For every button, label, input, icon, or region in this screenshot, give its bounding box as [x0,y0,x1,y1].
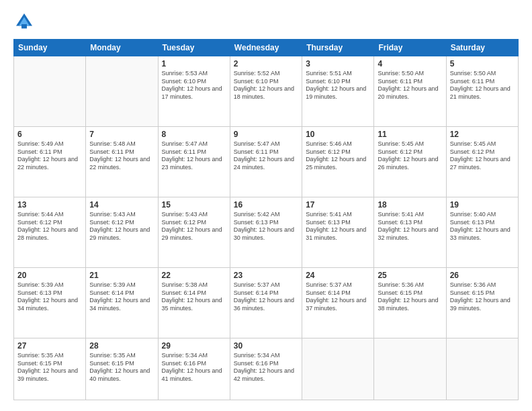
calendar-week-5: 27Sunrise: 5:35 AM Sunset: 6:15 PM Dayli… [14,338,519,400]
weekday-header-sunday: Sunday [14,40,86,56]
calendar-cell: 29Sunrise: 5:34 AM Sunset: 6:16 PM Dayli… [158,338,230,400]
day-info: Sunrise: 5:50 AM Sunset: 6:11 PM Dayligh… [450,70,515,101]
day-number: 27 [17,341,82,351]
weekday-header-wednesday: Wednesday [230,40,302,56]
day-number: 1 [162,59,226,68]
calendar-week-1: 1Sunrise: 5:53 AM Sunset: 6:10 PM Daylig… [14,56,519,127]
logo [13,11,38,32]
weekday-header-monday: Monday [86,40,158,56]
weekday-header-tuesday: Tuesday [158,40,230,56]
day-info: Sunrise: 5:36 AM Sunset: 6:15 PM Dayligh… [378,281,442,313]
calendar-cell: 24Sunrise: 5:37 AM Sunset: 6:14 PM Dayli… [302,267,374,338]
calendar-cell: 18Sunrise: 5:41 AM Sunset: 6:13 PM Dayli… [374,197,446,267]
day-info: Sunrise: 5:48 AM Sunset: 6:11 PM Dayligh… [89,140,154,172]
day-info: Sunrise: 5:39 AM Sunset: 6:14 PM Dayligh… [89,281,154,313]
calendar-cell [446,338,518,400]
day-number: 3 [306,59,370,68]
calendar-cell: 28Sunrise: 5:35 AM Sunset: 6:15 PM Dayli… [86,338,158,400]
calendar-cell: 8Sunrise: 5:47 AM Sunset: 6:11 PM Daylig… [158,126,230,197]
calendar-week-3: 13Sunrise: 5:44 AM Sunset: 6:12 PM Dayli… [14,197,519,267]
day-number: 22 [162,271,226,280]
calendar-cell: 30Sunrise: 5:34 AM Sunset: 6:16 PM Dayli… [230,338,302,400]
day-info: Sunrise: 5:42 AM Sunset: 6:13 PM Dayligh… [234,211,298,242]
calendar-cell [86,56,158,127]
day-number: 20 [17,271,82,280]
calendar-header-row: SundayMondayTuesdayWednesdayThursdayFrid… [14,40,519,56]
day-info: Sunrise: 5:47 AM Sunset: 6:11 PM Dayligh… [234,140,298,172]
calendar-cell: 1Sunrise: 5:53 AM Sunset: 6:10 PM Daylig… [158,56,230,127]
calendar-cell: 10Sunrise: 5:46 AM Sunset: 6:12 PM Dayli… [302,126,374,197]
calendar-cell: 17Sunrise: 5:41 AM Sunset: 6:13 PM Dayli… [302,197,374,267]
day-number: 17 [306,200,370,210]
day-info: Sunrise: 5:43 AM Sunset: 6:12 PM Dayligh… [162,211,226,242]
calendar-week-4: 20Sunrise: 5:39 AM Sunset: 6:13 PM Dayli… [14,267,519,338]
day-info: Sunrise: 5:35 AM Sunset: 6:15 PM Dayligh… [17,352,82,383]
calendar-cell: 16Sunrise: 5:42 AM Sunset: 6:13 PM Dayli… [230,197,302,267]
day-info: Sunrise: 5:41 AM Sunset: 6:13 PM Dayligh… [378,211,442,242]
day-info: Sunrise: 5:52 AM Sunset: 6:10 PM Dayligh… [234,70,298,101]
calendar-cell: 12Sunrise: 5:45 AM Sunset: 6:12 PM Dayli… [446,126,518,197]
day-number: 12 [450,130,515,139]
day-number: 10 [306,130,370,139]
day-number: 2 [234,59,298,68]
logo-icon [13,11,35,32]
calendar-week-2: 6Sunrise: 5:49 AM Sunset: 6:11 PM Daylig… [14,126,519,197]
calendar-cell [302,338,374,400]
calendar-cell: 14Sunrise: 5:43 AM Sunset: 6:12 PM Dayli… [86,197,158,267]
day-number: 29 [162,341,226,351]
day-info: Sunrise: 5:50 AM Sunset: 6:11 PM Dayligh… [378,70,442,101]
calendar-cell: 3Sunrise: 5:51 AM Sunset: 6:10 PM Daylig… [302,56,374,127]
header [13,11,519,32]
calendar-cell: 7Sunrise: 5:48 AM Sunset: 6:11 PM Daylig… [86,126,158,197]
day-number: 5 [450,59,515,68]
day-info: Sunrise: 5:51 AM Sunset: 6:10 PM Dayligh… [306,70,370,101]
calendar-cell: 21Sunrise: 5:39 AM Sunset: 6:14 PM Dayli… [86,267,158,338]
day-number: 11 [378,130,442,139]
day-info: Sunrise: 5:35 AM Sunset: 6:15 PM Dayligh… [89,352,154,383]
day-info: Sunrise: 5:38 AM Sunset: 6:14 PM Dayligh… [162,281,226,313]
weekday-header-friday: Friday [374,40,446,56]
day-info: Sunrise: 5:37 AM Sunset: 6:14 PM Dayligh… [234,281,298,313]
day-number: 14 [89,200,154,210]
day-number: 25 [378,271,442,280]
day-number: 28 [89,341,154,351]
day-number: 18 [378,200,442,210]
calendar-cell: 5Sunrise: 5:50 AM Sunset: 6:11 PM Daylig… [446,56,518,127]
day-number: 8 [162,130,226,139]
calendar-cell: 25Sunrise: 5:36 AM Sunset: 6:15 PM Dayli… [374,267,446,338]
day-info: Sunrise: 5:47 AM Sunset: 6:11 PM Dayligh… [162,140,226,172]
day-number: 15 [162,200,226,210]
calendar-cell: 26Sunrise: 5:36 AM Sunset: 6:15 PM Dayli… [446,267,518,338]
day-number: 9 [234,130,298,139]
calendar-cell [374,338,446,400]
svg-rect-2 [21,24,27,28]
day-info: Sunrise: 5:39 AM Sunset: 6:13 PM Dayligh… [17,281,82,313]
day-number: 21 [89,271,154,280]
day-number: 4 [378,59,442,68]
calendar-cell: 23Sunrise: 5:37 AM Sunset: 6:14 PM Dayli… [230,267,302,338]
day-info: Sunrise: 5:36 AM Sunset: 6:15 PM Dayligh… [450,281,515,313]
calendar-cell: 13Sunrise: 5:44 AM Sunset: 6:12 PM Dayli… [14,197,86,267]
weekday-header-thursday: Thursday [302,40,374,56]
day-info: Sunrise: 5:44 AM Sunset: 6:12 PM Dayligh… [17,211,82,242]
calendar-cell: 2Sunrise: 5:52 AM Sunset: 6:10 PM Daylig… [230,56,302,127]
day-info: Sunrise: 5:34 AM Sunset: 6:16 PM Dayligh… [234,352,298,383]
calendar-table: SundayMondayTuesdayWednesdayThursdayFrid… [13,39,519,400]
day-info: Sunrise: 5:45 AM Sunset: 6:12 PM Dayligh… [378,140,442,172]
calendar-cell: 27Sunrise: 5:35 AM Sunset: 6:15 PM Dayli… [14,338,86,400]
day-info: Sunrise: 5:41 AM Sunset: 6:13 PM Dayligh… [306,211,370,242]
day-number: 26 [450,271,515,280]
day-number: 23 [234,271,298,280]
calendar-cell: 22Sunrise: 5:38 AM Sunset: 6:14 PM Dayli… [158,267,230,338]
day-number: 19 [450,200,515,210]
day-number: 30 [234,341,298,351]
calendar-cell: 15Sunrise: 5:43 AM Sunset: 6:12 PM Dayli… [158,197,230,267]
calendar-cell: 19Sunrise: 5:40 AM Sunset: 6:13 PM Dayli… [446,197,518,267]
calendar-cell [14,56,86,127]
day-info: Sunrise: 5:49 AM Sunset: 6:11 PM Dayligh… [17,140,82,172]
calendar-cell: 9Sunrise: 5:47 AM Sunset: 6:11 PM Daylig… [230,126,302,197]
day-number: 16 [234,200,298,210]
day-info: Sunrise: 5:37 AM Sunset: 6:14 PM Dayligh… [306,281,370,313]
page: SundayMondayTuesdayWednesdayThursdayFrid… [0,0,532,411]
day-number: 6 [17,130,82,139]
